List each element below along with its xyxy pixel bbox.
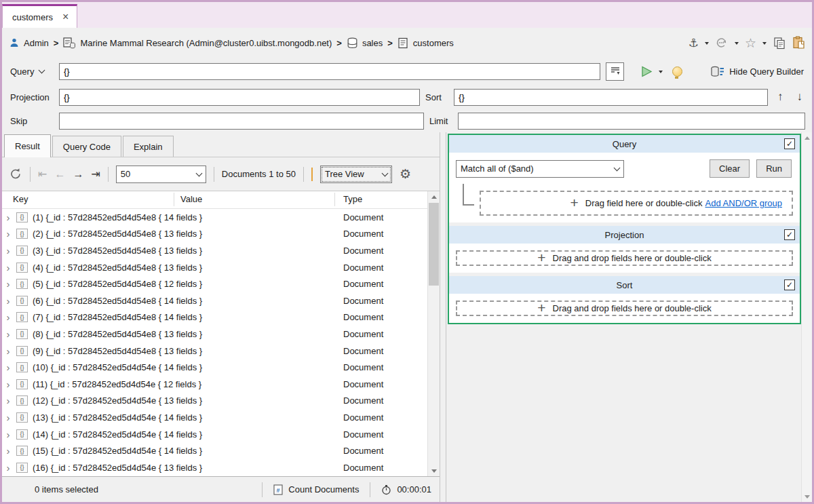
projection-field-dropzone[interactable]: + Drag and drop fields here or double-cl… [456,250,793,266]
run-options-dropdown-icon[interactable] [659,71,663,73]
expand-chevron-icon[interactable]: › [2,329,14,339]
expand-chevron-icon[interactable]: › [2,279,14,289]
table-row[interactable]: ›{}(4) {_id : 57d28452ed5d4d54e8 { 13 fi… [2,259,440,276]
tab-query-code-label: Query Code [63,142,111,152]
app-window: customers × Admin > Marine Mammal Resear… [0,0,814,504]
breadcrumb-user[interactable]: Admin [24,38,49,48]
query-enabled-checkbox[interactable]: ✓ [784,138,795,149]
add-and-or-group-link[interactable]: Add AND/OR group [705,198,782,208]
column-header-type[interactable]: Type [343,194,362,204]
tab-customers[interactable]: customers × [2,4,77,28]
expand-chevron-icon[interactable]: › [2,395,14,406]
table-row[interactable]: ›{}(8) {_id : 57d28452ed5d4d54e8 { 13 fi… [2,326,440,343]
history-dropdown-icon[interactable] [735,42,739,45]
timer-value: 00:00:01 [397,484,431,495]
skip-input[interactable] [59,113,424,130]
star-icon[interactable]: ☆ [745,37,756,50]
expand-chevron-icon[interactable]: › [2,246,14,256]
format-query-button[interactable] [606,62,624,81]
breadcrumb-database[interactable]: sales [362,38,383,48]
table-row[interactable]: ›{}(2) {_id : 57d28452ed5d4d54e8 { 13 fi… [2,226,440,243]
sort-enabled-checkbox[interactable]: ✓ [784,279,795,290]
copy-icon[interactable] [773,37,786,50]
anchor-icon[interactable]: ⚓ [689,37,699,49]
hide-query-builder-button[interactable]: Hide Query Builder [710,66,807,77]
sort-descending-icon[interactable]: ↓ [797,90,803,104]
expand-chevron-icon[interactable]: › [2,412,14,423]
table-row[interactable]: ›{}(5) {_id : 57d28452ed5d4d54e8 { 12 fi… [2,275,440,292]
query-label-group[interactable]: Query [7,66,59,77]
anchor-dropdown-icon[interactable] [705,42,709,45]
sort-ascending-icon[interactable]: ↑ [777,90,783,104]
tab-result[interactable]: Result [4,134,51,157]
table-row[interactable]: ›{}(7) {_id : 57d28452ed5d4d54e8 { 14 fi… [2,309,440,326]
collection-icon [398,37,409,49]
breadcrumb-connection[interactable]: Marine Mammal Research (Admin@cluster0.u… [80,38,332,48]
view-mode-select[interactable]: Tree View [320,166,392,183]
row-type: Document [343,296,383,306]
close-icon[interactable]: × [62,12,69,22]
first-page-icon[interactable]: ⇤ [38,169,47,180]
scroll-up-icon[interactable] [428,191,440,202]
scrollbar-thumb[interactable] [429,203,439,286]
clear-button[interactable]: Clear [710,159,750,178]
next-page-icon[interactable]: → [73,169,83,180]
table-row[interactable]: ›{}(3) {_id : 57d28452ed5d4d54e8 { 13 fi… [2,242,440,259]
sort-field-dropzone[interactable]: + Drag and drop fields here or double-cl… [456,301,793,316]
page-size-select[interactable]: 50 [116,166,206,183]
builder-scrollbar[interactable] [801,132,812,502]
run-button[interactable]: Run [756,159,792,178]
scroll-down-icon[interactable] [802,491,812,502]
column-header-key[interactable]: Key [13,194,28,204]
count-documents-button[interactable]: # Count Documents [271,484,362,495]
scroll-down-icon[interactable] [428,465,440,476]
last-page-icon[interactable]: ⇥ [91,169,100,180]
projection-enabled-checkbox[interactable]: ✓ [784,229,795,240]
projection-input[interactable] [59,89,420,106]
expand-chevron-icon[interactable]: › [2,463,14,473]
pane-splitter[interactable] [440,132,446,502]
expand-chevron-icon[interactable]: › [2,296,14,306]
main-area: Result Query Code Explain ⇤ ← → ⇥ [2,132,812,502]
table-row[interactable]: ›{}(10) {_id : 57d28452ed5d4d54e { 14 fi… [2,359,440,376]
sort-input[interactable] [454,89,768,106]
history-icon[interactable] [715,37,729,49]
limit-input[interactable] [458,113,805,130]
table-scrollbar[interactable] [427,191,440,476]
expand-chevron-icon[interactable]: › [2,429,14,440]
query-field-dropzone[interactable]: + Drag field here or double-click Add AN… [480,191,793,216]
table-row[interactable]: ›{}(6) {_id : 57d28452ed5d4d54e8 { 14 fi… [2,292,440,309]
tab-explain[interactable]: Explain [123,136,174,157]
table-row[interactable]: ›{}(11) {_id : 57d28452ed5d4d54e { 12 fi… [2,376,440,393]
expand-chevron-icon[interactable]: › [2,379,14,389]
expand-chevron-icon[interactable]: › [2,312,14,322]
table-row[interactable]: ›{}(9) {_id : 57d28452ed5d4d54e8 { 13 fi… [2,343,440,360]
run-query-button[interactable] [639,64,653,79]
scroll-up-icon[interactable] [802,132,812,143]
expand-chevron-icon[interactable]: › [2,212,14,222]
expand-chevron-icon[interactable]: › [2,263,14,273]
table-row[interactable]: ›{}(16) {_id : 57d28452ed5d4d54e { 13 fi… [2,459,440,476]
star-dropdown-icon[interactable] [762,42,767,45]
table-row[interactable]: ›{}(14) {_id : 57d28452ed5d4d54e { 14 fi… [2,426,440,443]
gear-icon[interactable]: ⚙ [400,168,411,180]
column-header-value[interactable]: Value [180,194,202,204]
table-row[interactable]: ›{}(13) {_id : 57d28452ed5d4d54e { 14 fi… [2,409,440,426]
expand-chevron-icon[interactable]: › [2,362,14,372]
table-row[interactable]: ›{}(12) {_id : 57d28452ed5d4d54e { 13 fi… [2,393,440,410]
table-row[interactable]: ›{}(15) {_id : 57d28452ed5d4d54e { 14 fi… [2,442,440,459]
tab-result-label: Result [15,141,40,151]
paste-icon[interactable] [792,36,805,50]
breadcrumb-collection[interactable]: customers [413,38,454,48]
hint-lightbulb-icon[interactable] [672,66,682,77]
table-row[interactable]: ›{}(1) {_id : 57d28452ed5d4d54e8 { 14 fi… [2,209,440,226]
match-mode-select[interactable]: Match all of ($and) [456,160,624,178]
row-key: (5) {_id : 57d28452ed5d4d54e8 { 12 field… [33,279,202,289]
query-input[interactable] [59,63,600,80]
previous-page-icon[interactable]: ← [54,169,65,180]
expand-chevron-icon[interactable]: › [2,446,14,456]
expand-chevron-icon[interactable]: › [2,229,14,239]
refresh-icon[interactable] [9,168,22,180]
tab-query-code[interactable]: Query Code [52,136,121,157]
expand-chevron-icon[interactable]: › [2,346,14,356]
